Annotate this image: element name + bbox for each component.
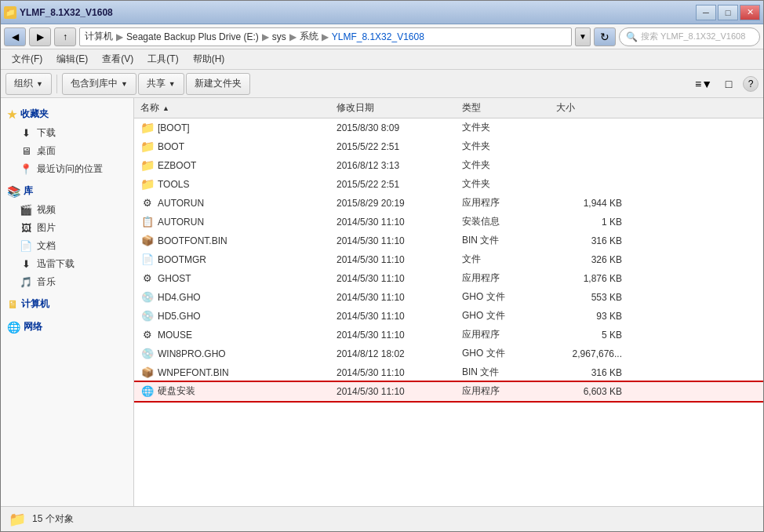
sidebar-network-label: 网络 (24, 320, 42, 333)
col-header-name[interactable]: 名称 ▲ (140, 101, 337, 115)
sidebar-favorites-header[interactable]: ★ 收藏夹 (1, 104, 133, 124)
file-type-cell: 文件夹 (462, 159, 556, 172)
file-icon: ⚙ (140, 196, 155, 210)
path-computer: 计算机 (85, 30, 113, 43)
address-bar: ◀ ▶ ↑ 计算机 ▶ Seagate Backup Plus Drive (E… (1, 24, 763, 49)
file-type-cell: GHO 文件 (462, 309, 556, 322)
forward-button[interactable]: ▶ (29, 27, 51, 46)
window: 📁 YLMF_8.1X32_V1608 ─ □ ✕ ◀ ▶ ↑ 计算机 ▶ Se… (0, 0, 764, 532)
favorites-star-icon: ★ (7, 108, 17, 121)
table-row[interactable]: 📋 AUTORUN 2014/5/30 11:10 安装信息 1 KB (134, 213, 763, 231)
table-row[interactable]: 📁 BOOT 2015/5/22 2:51 文件夹 (134, 137, 763, 156)
sidebar-item-music[interactable]: 🎵 音乐 (1, 273, 133, 291)
title-text: YLMF_8.1X32_V1608 (20, 7, 113, 18)
help-button[interactable]: ? (743, 76, 759, 92)
table-row[interactable]: 📁 TOOLS 2015/5/22 2:51 文件夹 (134, 175, 763, 194)
sidebar-network-header[interactable]: 🌐 网络 (1, 317, 133, 337)
sidebar-favorites-section: ★ 收藏夹 ⬇ 下载 🖥 桌面 📍 最近访问的位置 (1, 104, 133, 178)
recent-icon: 📍 (20, 163, 32, 176)
col-header-date[interactable]: 修改日期 (337, 101, 462, 115)
table-row[interactable]: 📦 WNPEFONT.BIN 2014/5/30 11:10 BIN 文件 31… (134, 363, 763, 382)
file-type-cell: 文件夹 (462, 177, 556, 191)
maximize-button[interactable]: □ (718, 5, 738, 20)
documents-icon: 📄 (20, 240, 32, 253)
file-date-cell: 2015/8/29 20:19 (337, 198, 462, 209)
file-type-cell: 应用程序 (462, 384, 556, 398)
sidebar-item-desktop[interactable]: 🖥 桌面 (1, 142, 133, 160)
sidebar: ★ 收藏夹 ⬇ 下载 🖥 桌面 📍 最近访问的位置 (1, 98, 134, 506)
file-size-cell: 316 KB (556, 235, 635, 246)
file-date-cell: 2014/5/30 11:10 (337, 273, 462, 284)
sidebar-computer-header[interactable]: 🖥 计算机 (1, 294, 133, 314)
toolbar-separator-1 (56, 75, 57, 93)
sidebar-library-header[interactable]: 📚 库 (1, 181, 133, 201)
col-header-size[interactable]: 大小 (556, 101, 635, 115)
file-list-header: 名称 ▲ 修改日期 类型 大小 (134, 98, 763, 118)
file-size-cell: 316 KB (556, 367, 635, 378)
file-type-cell: GHO 文件 (462, 347, 556, 360)
file-name-cell: 📦 BOOTFONT.BIN (140, 234, 337, 248)
back-button[interactable]: ◀ (4, 27, 26, 46)
sidebar-item-recent[interactable]: 📍 最近访问的位置 (1, 160, 133, 178)
status-text: 15 个对象 (32, 512, 74, 526)
sidebar-pictures-label: 图片 (37, 221, 56, 235)
minimize-button[interactable]: ─ (696, 5, 716, 20)
file-type-cell: 应用程序 (462, 196, 556, 210)
menu-edit[interactable]: 编辑(E) (50, 51, 94, 67)
file-type-cell: BIN 文件 (462, 366, 556, 379)
file-type-cell: 应用程序 (462, 328, 556, 341)
search-box[interactable]: 🔍 搜索 YLMF_8.1X32_V1608 (619, 27, 760, 46)
main-area: ★ 收藏夹 ⬇ 下载 🖥 桌面 📍 最近访问的位置 (1, 98, 763, 506)
include-library-button[interactable]: 包含到库中 ▼ (62, 73, 136, 95)
sidebar-item-video[interactable]: 🎬 视频 (1, 201, 133, 219)
table-row[interactable]: ⚙ AUTORUN 2015/8/29 20:19 应用程序 1,944 KB (134, 194, 763, 213)
address-dropdown-button[interactable]: ▼ (575, 27, 591, 46)
table-row[interactable]: 🌐 硬盘安装 2014/5/30 11:10 应用程序 6,603 KB (134, 382, 763, 401)
table-row[interactable]: ⚙ MOUSE 2014/5/30 11:10 应用程序 5 KB (134, 326, 763, 344)
file-icon: ⚙ (140, 271, 155, 286)
file-date-cell: 2015/8/30 8:09 (337, 122, 462, 133)
address-path[interactable]: 计算机 ▶ Seagate Backup Plus Drive (E:) ▶ s… (79, 27, 572, 46)
up-button[interactable]: ↑ (54, 27, 76, 46)
table-row[interactable]: 💿 HD4.GHO 2014/5/30 11:10 GHO 文件 553 KB (134, 288, 763, 307)
new-folder-button[interactable]: 新建文件夹 (186, 73, 250, 95)
video-icon: 🎬 (20, 204, 32, 217)
table-row[interactable]: 📁 [BOOT] 2015/8/30 8:09 文件夹 (134, 118, 763, 137)
file-icon: 💿 (140, 347, 155, 361)
col-header-type[interactable]: 类型 (462, 101, 556, 115)
sidebar-item-downloads[interactable]: ⬇ 下载 (1, 124, 133, 142)
table-row[interactable]: 📄 BOOTMGR 2014/5/30 11:10 文件 326 KB (134, 250, 763, 269)
path-sys: sys (272, 31, 286, 42)
menu-tools[interactable]: 工具(T) (141, 51, 184, 67)
close-button[interactable]: ✕ (740, 5, 760, 20)
title-bar: 📁 YLMF_8.1X32_V1608 ─ □ ✕ (1, 1, 763, 24)
table-row[interactable]: ⚙ GHOST 2014/5/30 11:10 应用程序 1,876 KB (134, 269, 763, 288)
preview-button[interactable]: □ (718, 75, 740, 93)
sidebar-computer-section: 🖥 计算机 (1, 294, 133, 314)
menu-file[interactable]: 文件(F) (5, 51, 49, 67)
file-date-cell: 2014/5/30 11:10 (337, 367, 462, 378)
file-name-cell: 💿 HD5.GHO (140, 309, 337, 323)
status-bar: 📁 15 个对象 (1, 506, 763, 531)
table-row[interactable]: 📁 EZBOOT 2016/8/12 3:13 文件夹 (134, 156, 763, 175)
view-options-button[interactable]: ≡▼ (693, 75, 715, 93)
file-icon: 📋 (140, 215, 155, 229)
search-placeholder: 搜索 YLMF_8.1X32_V1608 (641, 31, 745, 42)
sidebar-item-pictures[interactable]: 🖼 图片 (1, 219, 133, 237)
file-name-cell: 📋 AUTORUN (140, 215, 337, 229)
sidebar-item-documents[interactable]: 📄 文档 (1, 237, 133, 255)
file-type-cell: BIN 文件 (462, 234, 556, 247)
desktop-icon: 🖥 (20, 145, 32, 158)
refresh-button[interactable]: ↻ (594, 27, 616, 46)
path-system: 系统 (300, 30, 318, 43)
table-row[interactable]: 📦 BOOTFONT.BIN 2014/5/30 11:10 BIN 文件 31… (134, 231, 763, 250)
sidebar-item-thunder[interactable]: ⬇ 迅雷下载 (1, 255, 133, 273)
menu-view[interactable]: 查看(V) (96, 51, 140, 67)
organize-button[interactable]: 组织 ▼ (5, 73, 52, 95)
share-button[interactable]: 共享 ▼ (138, 73, 184, 95)
file-date-cell: 2014/5/30 11:10 (337, 217, 462, 228)
menu-help[interactable]: 帮助(H) (187, 51, 231, 67)
table-row[interactable]: 💿 WIN8PRO.GHO 2014/8/12 18:02 GHO 文件 2,9… (134, 344, 763, 363)
file-type-cell: 应用程序 (462, 271, 556, 285)
table-row[interactable]: 💿 HD5.GHO 2014/5/30 11:10 GHO 文件 93 KB (134, 307, 763, 326)
